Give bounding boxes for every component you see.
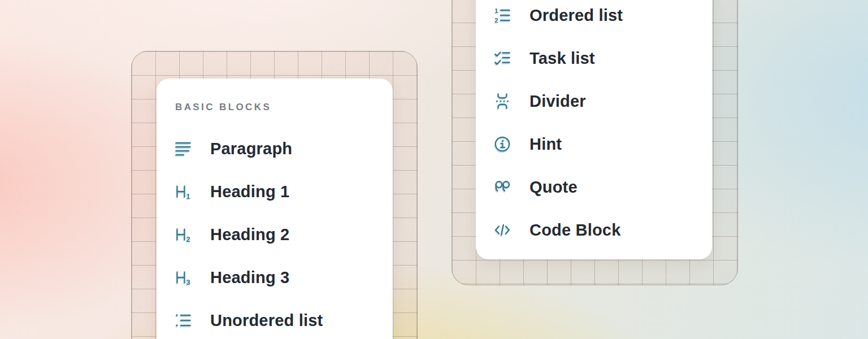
blocks-menu-continued: 1 2 Ordered list [476, 0, 712, 259]
menu-item-label: Divider [530, 92, 586, 111]
menu-item-heading-1[interactable]: 1 Heading 1 [157, 170, 393, 213]
task-list-icon [494, 50, 510, 66]
menu-item-ordered-list[interactable]: 1 2 Ordered list [476, 0, 712, 37]
menu-item-label: Unordered list [210, 311, 323, 330]
menu-item-heading-2[interactable]: 2 Heading 2 [157, 213, 393, 256]
basic-blocks-menu: BASIC BLOCKS Paragraph 1 [157, 79, 393, 339]
heading-1-icon: 1 [175, 184, 191, 199]
heading-3-icon: 3 [175, 270, 191, 285]
menu-item-heading-3[interactable]: 3 Heading 3 [157, 256, 393, 299]
menu-item-label: Heading 1 [210, 182, 289, 201]
menu-item-quote[interactable]: Quote [476, 166, 712, 208]
paragraph-icon [175, 141, 191, 157]
menu-item-paragraph[interactable]: Paragraph [157, 127, 393, 170]
menu-item-label: Heading 2 [210, 225, 289, 244]
menu-item-divider[interactable]: Divider [476, 80, 712, 123]
ordered-list-icon: 1 2 [494, 7, 510, 23]
section-label-basic-blocks: BASIC BLOCKS [175, 101, 393, 114]
menu-item-label: Paragraph [210, 140, 292, 158]
block-menu-screenshot: BASIC BLOCKS Paragraph 1 [0, 0, 868, 339]
more-blocks-items: 1 2 Ordered list [476, 0, 712, 251]
svg-text:2: 2 [494, 17, 498, 23]
divider-icon [494, 93, 510, 109]
menu-item-label: Hint [530, 135, 562, 154]
basic-blocks-items: Paragraph 1 Heading 1 2 [157, 127, 393, 339]
menu-item-label: Task list [530, 49, 595, 68]
menu-item-task-list[interactable]: Task list [476, 37, 712, 80]
svg-text:1: 1 [494, 7, 498, 14]
unordered-list-icon [175, 312, 191, 328]
heading-2-icon: 2 [175, 227, 191, 242]
svg-text:2: 2 [186, 235, 190, 242]
code-block-icon [494, 222, 510, 238]
svg-text:1: 1 [186, 192, 190, 199]
menu-item-label: Heading 3 [210, 268, 289, 287]
menu-item-hint[interactable]: Hint [476, 123, 712, 166]
menu-item-label: Quote [530, 178, 578, 197]
quote-icon [494, 179, 510, 195]
menu-item-unordered-list[interactable]: Unordered list [157, 299, 393, 339]
menu-item-label: Ordered list [530, 6, 623, 25]
menu-item-code-block[interactable]: Code Block [476, 208, 712, 251]
hint-icon [494, 136, 510, 152]
menu-item-label: Code Block [530, 221, 621, 240]
svg-text:3: 3 [186, 278, 190, 285]
